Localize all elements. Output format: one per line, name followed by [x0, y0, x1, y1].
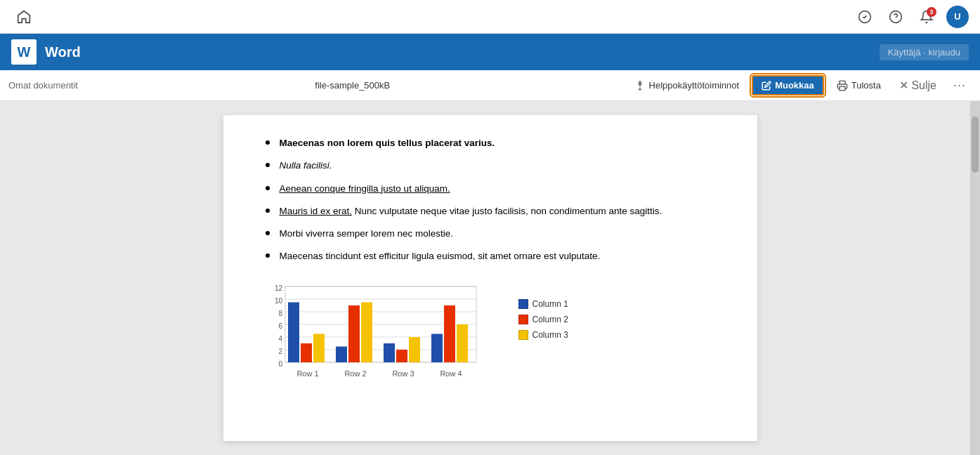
bar-row1-col3	[313, 334, 325, 362]
accessibility-label: Helppokäyttötoiminnot	[649, 80, 740, 91]
doc-filename: file-sample_500kB	[84, 80, 622, 91]
bullet-list: Maecenas non lorem quis tellus placerat …	[266, 136, 715, 264]
system-bar-right: 3 U	[854, 6, 969, 28]
bar-row1-col2	[301, 343, 312, 362]
app-title: Word	[45, 44, 81, 60]
svg-text:2: 2	[278, 348, 282, 355]
svg-text:10: 10	[274, 297, 282, 305]
list-item-text: Maecenas non lorem quis tellus placerat …	[280, 136, 495, 150]
svg-text:0: 0	[278, 360, 282, 368]
svg-text:Row 4: Row 4	[440, 369, 462, 378]
edit-pencil-icon	[762, 81, 771, 91]
edit-label: Muokkaa	[775, 80, 814, 91]
list-item-text: Maecenas tincidunt est efficitur ligula …	[280, 249, 601, 263]
print-icon	[837, 80, 848, 91]
list-item: Aenean conque fringilla justo ut aliquam…	[266, 182, 715, 196]
bullet-dot	[266, 140, 270, 145]
print-button[interactable]: Tulosta	[830, 77, 888, 95]
bar-row4-col3	[457, 324, 468, 362]
word-logo-letter: W	[18, 44, 31, 60]
scrollbar-thumb[interactable]	[972, 117, 979, 173]
edit-button[interactable]: Muokkaa	[752, 75, 824, 95]
bar-row3-col2	[396, 350, 407, 362]
legend-item-col3: Column 3	[518, 330, 568, 340]
bullet-dot	[266, 253, 270, 258]
list-item-text: Aenean conque fringilla justo ut aliquam…	[280, 182, 450, 196]
list-item: Maecenas non lorem quis tellus placerat …	[266, 136, 715, 150]
svg-text:4: 4	[278, 335, 282, 343]
doc-page: Maecenas non lorem quis tellus placerat …	[223, 115, 757, 441]
scrollbar[interactable]	[970, 101, 980, 455]
accessibility-button[interactable]: Helppokäyttötoiminnot	[627, 77, 747, 95]
chart-svg: 12 10 8 6 4 2 0	[266, 278, 504, 428]
more-button[interactable]: ···	[948, 74, 972, 96]
bar-row1-col1	[288, 302, 299, 362]
svg-rect-4	[839, 86, 845, 90]
legend-color-col2	[518, 315, 528, 324]
bar-row4-col2	[444, 305, 455, 362]
legend-label-col3: Column 3	[533, 330, 568, 340]
svg-text:Row 2: Row 2	[344, 369, 366, 378]
bar-chart: 12 10 8 6 4 2 0	[266, 278, 504, 426]
doc-area: Maecenas non lorem quis tellus placerat …	[0, 101, 980, 455]
list-item-text: Morbi viverra semper lorem nec molestie.	[280, 227, 454, 241]
list-item-text: Mauris id ex erat. Nunc vulputate neque …	[280, 204, 662, 218]
bar-row4-col1	[431, 334, 443, 362]
legend-color-col1	[518, 299, 528, 309]
notification-badge: 3	[927, 7, 936, 17]
legend-label-col2: Column 2	[533, 315, 568, 324]
notification-icon[interactable]: 3	[915, 6, 938, 28]
doc-toolbar: Omat dokumentit file-sample_500kB Helppo…	[0, 70, 980, 101]
bullet-dot	[266, 209, 270, 213]
header-user[interactable]: Käyttäjä · kirjaudu	[880, 44, 969, 60]
svg-text:12: 12	[274, 284, 282, 292]
print-label: Tulosta	[851, 80, 881, 91]
svg-text:Row 1: Row 1	[296, 369, 318, 378]
svg-text:8: 8	[278, 310, 282, 317]
close-button[interactable]: ✕ Sulje	[894, 75, 942, 95]
svg-point-3	[639, 81, 641, 84]
legend-item-col1: Column 1	[518, 299, 568, 309]
chart-container: 12 10 8 6 4 2 0	[266, 278, 715, 428]
list-item: Morbi viverra semper lorem nec molestie.	[266, 227, 715, 241]
word-logo: W	[11, 39, 37, 65]
home-button[interactable]	[11, 4, 37, 29]
help-icon[interactable]	[884, 6, 907, 28]
bullet-dot	[266, 163, 270, 167]
legend-color-col3	[518, 330, 528, 340]
chart-legend: Column 1 Column 2 Column 3	[518, 278, 568, 340]
my-docs-link[interactable]: Omat dokumentit	[8, 80, 78, 91]
avatar[interactable]: U	[946, 6, 969, 28]
bar-row2-col2	[348, 305, 360, 362]
bar-row2-col3	[361, 302, 372, 362]
svg-text:6: 6	[278, 322, 282, 330]
close-label: Sulje	[911, 79, 936, 91]
bullet-dot	[266, 231, 270, 235]
system-bar-left	[11, 4, 37, 29]
list-item: Maecenas tincidunt est efficitur ligula …	[266, 249, 715, 263]
list-item-text: Nulla facilisi.	[280, 159, 332, 173]
list-item: Mauris id ex erat. Nunc vulputate neque …	[266, 204, 715, 218]
bar-row3-col1	[384, 343, 395, 362]
bar-row2-col1	[336, 346, 347, 362]
accessibility-icon	[634, 80, 646, 91]
legend-item-col2: Column 2	[518, 315, 568, 324]
list-item: Nulla facilisi.	[266, 159, 715, 173]
bar-row3-col3	[409, 337, 420, 362]
word-header: W Word Käyttäjä · kirjaudu	[0, 34, 980, 70]
check-icon[interactable]	[854, 6, 876, 28]
bullet-dot	[266, 186, 270, 190]
legend-label-col1: Column 1	[533, 299, 568, 309]
svg-text:Row 3: Row 3	[392, 369, 414, 378]
system-bar: 3 U	[0, 0, 980, 34]
